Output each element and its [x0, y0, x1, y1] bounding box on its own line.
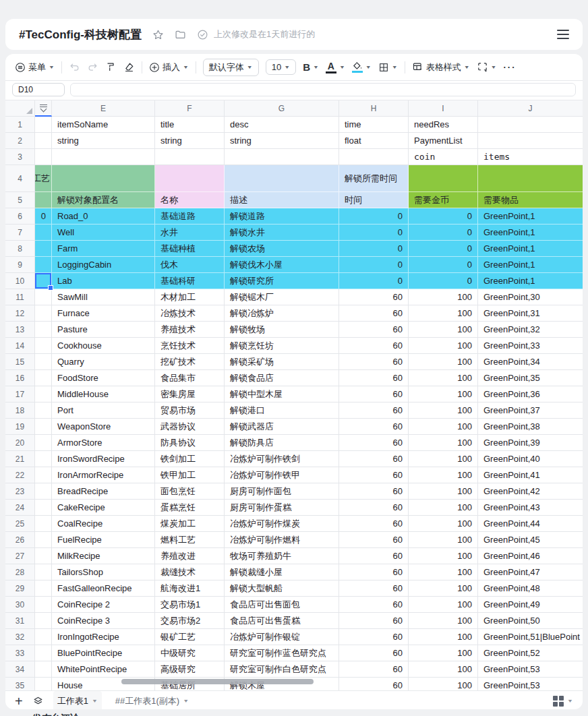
row-header[interactable]: 27: [5, 548, 35, 564]
cell-H11[interactable]: 60: [339, 289, 409, 305]
cell-J6[interactable]: GreenPoint,1: [478, 208, 583, 225]
cell-I9[interactable]: 0: [409, 257, 478, 273]
cell-D10[interactable]: [35, 273, 52, 289]
cell-F6[interactable]: 基础道路: [155, 208, 225, 225]
cell-J5[interactable]: 需要物品: [478, 192, 583, 208]
cell-I8[interactable]: 0: [409, 241, 478, 257]
cell-E3[interactable]: [52, 149, 155, 165]
cell-G21[interactable]: 冶炼炉可制作铁剑: [225, 451, 339, 467]
row-header[interactable]: 32: [5, 629, 35, 645]
cell-I35[interactable]: 100: [409, 678, 478, 690]
horizontal-scrollbar[interactable]: [121, 679, 314, 684]
row-header[interactable]: 3: [5, 149, 35, 165]
cell-F4[interactable]: [155, 165, 225, 192]
row-header[interactable]: 7: [5, 225, 35, 241]
row-header[interactable]: 14: [5, 338, 35, 354]
font-size-select[interactable]: 10 ▼: [266, 59, 296, 75]
row-header[interactable]: 17: [5, 386, 35, 402]
row-header[interactable]: 9: [5, 257, 35, 273]
row-header[interactable]: 26: [5, 532, 35, 548]
cell-F20[interactable]: 防具协议: [155, 435, 225, 451]
cell-E26[interactable]: FuelRecipe: [52, 532, 155, 548]
cell-E25[interactable]: CoalRecipe: [52, 516, 155, 532]
cell-F10[interactable]: 基础科研: [155, 273, 225, 289]
cell-D13[interactable]: [35, 322, 52, 338]
select-all-corner[interactable]: [5, 100, 35, 117]
cell-G7[interactable]: 解锁水井: [225, 225, 339, 241]
cell-I16[interactable]: 100: [409, 370, 478, 386]
cell-J4[interactable]: [478, 165, 583, 192]
hamburger-menu-icon[interactable]: [557, 30, 569, 39]
cell-H12[interactable]: 60: [339, 305, 409, 322]
cell-D22[interactable]: [35, 467, 52, 483]
cell-F15[interactable]: 挖矿技术: [155, 354, 225, 370]
column-header-G[interactable]: G: [225, 100, 339, 117]
cell-I22[interactable]: 100: [409, 467, 478, 483]
cell-J26[interactable]: GreenPoint,45: [478, 532, 583, 548]
cell-J35[interactable]: GreenPoint,53: [478, 678, 583, 690]
cell-J24[interactable]: GreenPoint,43: [478, 500, 583, 516]
cell-E7[interactable]: Well: [52, 225, 155, 241]
cell-H32[interactable]: 60: [339, 629, 409, 645]
cell-J20[interactable]: GreenPoint,39: [478, 435, 583, 451]
cell-E24[interactable]: CakeRecipe: [52, 500, 155, 516]
cell-E32[interactable]: IronIngotRecipe: [52, 629, 155, 645]
cell-J7[interactable]: GreenPoint,1: [478, 225, 583, 241]
row-header[interactable]: 15: [5, 354, 35, 370]
cell-G22[interactable]: 冶炼炉可制作铁甲: [225, 467, 339, 483]
cell-G14[interactable]: 解锁烹饪坊: [225, 338, 339, 354]
cell-J27[interactable]: GreenPoint,46: [478, 548, 583, 564]
cell-H26[interactable]: 60: [339, 532, 409, 548]
cell-H9[interactable]: 0: [339, 257, 409, 273]
cell-E27[interactable]: MilkRecipe: [52, 548, 155, 564]
cell-J28[interactable]: GreenPoint,47: [478, 564, 583, 580]
row-header[interactable]: 24: [5, 500, 35, 516]
cell-J22[interactable]: GreenPoint,41: [478, 467, 583, 483]
cell-E8[interactable]: Farm: [52, 241, 155, 257]
cell-D31[interactable]: [35, 613, 52, 629]
cell-J34[interactable]: GreenPoint,53: [478, 661, 583, 678]
cell-I19[interactable]: 100: [409, 419, 478, 435]
cell-E6[interactable]: Road_0: [52, 208, 155, 225]
column-header-E[interactable]: E: [52, 100, 155, 117]
undo-button[interactable]: [69, 61, 80, 73]
cell-D20[interactable]: [35, 435, 52, 451]
cell-H23[interactable]: 60: [339, 483, 409, 500]
cell-I10[interactable]: 0: [409, 273, 478, 289]
cell-I26[interactable]: 100: [409, 532, 478, 548]
cell-F31[interactable]: 交易市场2: [155, 613, 225, 629]
add-sheet-button[interactable]: +: [15, 694, 23, 708]
cell-G8[interactable]: 解锁农场: [225, 241, 339, 257]
all-sheets-icon[interactable]: [32, 696, 44, 707]
cell-D19[interactable]: [35, 419, 52, 435]
cell-E28[interactable]: TailorsShop: [52, 564, 155, 580]
sheet-switcher-button[interactable]: ▼: [553, 696, 573, 707]
eraser-icon[interactable]: [123, 61, 135, 73]
row-header[interactable]: 11: [5, 289, 35, 305]
cell-E1[interactable]: itemSoName: [52, 117, 155, 133]
star-icon[interactable]: [152, 29, 164, 40]
cell-F22[interactable]: 铁甲加工: [155, 467, 225, 483]
row-header[interactable]: 8: [5, 241, 35, 257]
cell-G19[interactable]: 解锁武器店: [225, 419, 339, 435]
row-header[interactable]: 5: [5, 192, 35, 208]
cell-G13[interactable]: 解锁牧场: [225, 322, 339, 338]
cell-H20[interactable]: 60: [339, 435, 409, 451]
cell-I6[interactable]: 0: [409, 208, 478, 225]
cell-J19[interactable]: GreenPoint,38: [478, 419, 583, 435]
font-family-select[interactable]: 默认字体 ▼: [203, 59, 259, 76]
row-header[interactable]: 30: [5, 597, 35, 613]
cell-E4[interactable]: [52, 165, 155, 192]
cell-I23[interactable]: 100: [409, 483, 478, 500]
cell-G23[interactable]: 厨房可制作面包: [225, 483, 339, 500]
cell-I34[interactable]: 100: [409, 661, 478, 678]
cell-E2[interactable]: string: [52, 133, 155, 149]
cell-G27[interactable]: 牧场可养殖奶牛: [225, 548, 339, 564]
hidden-columns-icon[interactable]: [35, 100, 52, 117]
cell-I20[interactable]: 100: [409, 435, 478, 451]
row-header[interactable]: 35: [5, 678, 35, 690]
cell-G25[interactable]: 冶炼炉可制作煤炭: [225, 516, 339, 532]
cell-F28[interactable]: 裁缝技术: [155, 564, 225, 580]
cell-D8[interactable]: [35, 241, 52, 257]
cell-H30[interactable]: 60: [339, 597, 409, 613]
